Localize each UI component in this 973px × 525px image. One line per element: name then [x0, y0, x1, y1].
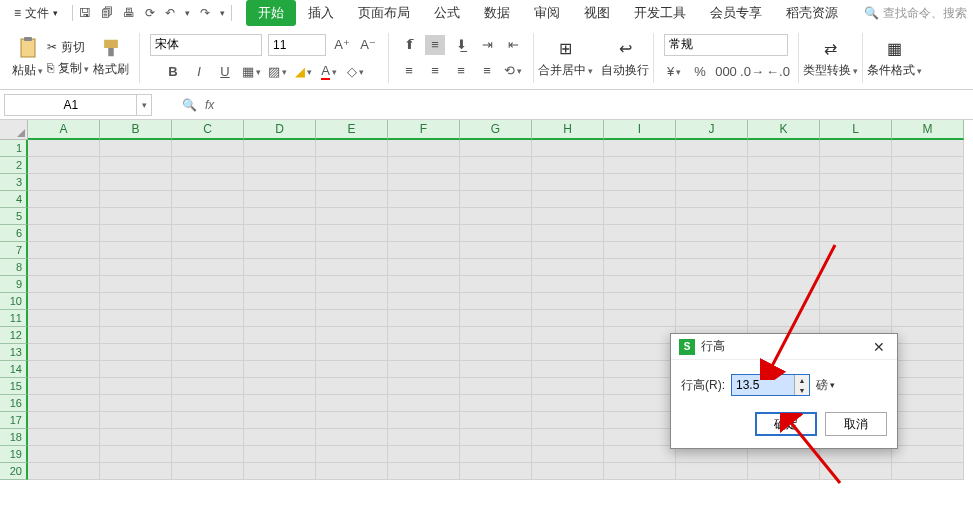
cell[interactable] — [604, 174, 676, 191]
cell[interactable] — [748, 225, 820, 242]
cell[interactable] — [676, 463, 748, 480]
cell[interactable] — [676, 191, 748, 208]
preview-icon[interactable]: ⟳ — [145, 6, 155, 20]
row-header[interactable]: 3 — [0, 174, 28, 191]
align-right-icon[interactable]: ≡ — [451, 61, 471, 81]
cell[interactable] — [676, 276, 748, 293]
cell[interactable] — [604, 242, 676, 259]
cell[interactable] — [892, 463, 964, 480]
cell[interactable] — [244, 225, 316, 242]
column-header[interactable]: L — [820, 120, 892, 140]
cell[interactable] — [892, 446, 964, 463]
cell[interactable] — [244, 140, 316, 157]
align-middle-icon[interactable]: ≡ — [425, 35, 445, 55]
row-header[interactable]: 16 — [0, 395, 28, 412]
cell[interactable] — [388, 225, 460, 242]
cell[interactable] — [388, 412, 460, 429]
italic-button[interactable]: I — [189, 62, 209, 82]
cell[interactable] — [172, 191, 244, 208]
cell[interactable] — [820, 191, 892, 208]
cell[interactable] — [676, 225, 748, 242]
cell[interactable] — [388, 344, 460, 361]
cell[interactable] — [604, 446, 676, 463]
row-header[interactable]: 4 — [0, 191, 28, 208]
cell[interactable] — [748, 191, 820, 208]
cell[interactable] — [748, 208, 820, 225]
row-header[interactable]: 17 — [0, 412, 28, 429]
cell[interactable] — [892, 412, 964, 429]
cell[interactable] — [748, 174, 820, 191]
cell[interactable] — [172, 378, 244, 395]
align-center-icon[interactable]: ≡ — [425, 61, 445, 81]
merge-center-button[interactable]: ⊞ 合并居中 — [538, 36, 593, 79]
row-header[interactable]: 2 — [0, 157, 28, 174]
command-search[interactable]: 🔍 查找命令、搜索 — [864, 5, 967, 22]
cell[interactable] — [316, 276, 388, 293]
cell[interactable] — [460, 242, 532, 259]
column-header[interactable]: F — [388, 120, 460, 140]
cell[interactable] — [820, 174, 892, 191]
fill-pattern-button[interactable]: ▨ — [267, 62, 287, 82]
cell[interactable] — [100, 429, 172, 446]
column-header[interactable]: G — [460, 120, 532, 140]
cell[interactable] — [460, 259, 532, 276]
cell[interactable] — [100, 446, 172, 463]
cell[interactable] — [460, 140, 532, 157]
cell[interactable] — [244, 327, 316, 344]
row-header[interactable]: 15 — [0, 378, 28, 395]
row-header[interactable]: 11 — [0, 310, 28, 327]
cell[interactable] — [244, 344, 316, 361]
row-header[interactable]: 10 — [0, 293, 28, 310]
cell[interactable] — [676, 259, 748, 276]
cell[interactable] — [604, 259, 676, 276]
row-header[interactable]: 8 — [0, 259, 28, 276]
cell[interactable] — [316, 463, 388, 480]
cell[interactable] — [316, 174, 388, 191]
cell[interactable] — [604, 429, 676, 446]
cell[interactable] — [604, 395, 676, 412]
cell[interactable] — [100, 259, 172, 276]
cell[interactable] — [100, 412, 172, 429]
cell[interactable] — [892, 191, 964, 208]
cell[interactable] — [892, 157, 964, 174]
cell[interactable] — [532, 225, 604, 242]
cell[interactable] — [244, 157, 316, 174]
cell[interactable] — [28, 344, 100, 361]
cell[interactable] — [604, 361, 676, 378]
cell[interactable] — [460, 378, 532, 395]
cell[interactable] — [244, 208, 316, 225]
copy-button[interactable]: ⎘ 复制 — [47, 60, 89, 77]
cell[interactable] — [604, 310, 676, 327]
cell[interactable] — [532, 276, 604, 293]
cell[interactable] — [100, 276, 172, 293]
cell[interactable] — [460, 344, 532, 361]
cell[interactable] — [28, 225, 100, 242]
cell[interactable] — [100, 208, 172, 225]
row-header[interactable]: 1 — [0, 140, 28, 157]
cell[interactable] — [820, 310, 892, 327]
name-box[interactable]: ▾ — [4, 94, 152, 116]
cell[interactable] — [604, 412, 676, 429]
font-color-button[interactable]: A — [319, 62, 339, 82]
cell[interactable] — [28, 157, 100, 174]
cell[interactable] — [172, 140, 244, 157]
cell[interactable] — [28, 446, 100, 463]
column-header[interactable]: I — [604, 120, 676, 140]
cell[interactable] — [244, 361, 316, 378]
fx-button[interactable]: fx — [205, 98, 214, 112]
tab-dev-tools[interactable]: 开发工具 — [622, 0, 698, 26]
cell[interactable] — [316, 344, 388, 361]
cell[interactable] — [244, 293, 316, 310]
cell[interactable] — [316, 412, 388, 429]
cell[interactable] — [820, 208, 892, 225]
cell[interactable] — [532, 361, 604, 378]
cell[interactable] — [820, 293, 892, 310]
cell[interactable] — [172, 395, 244, 412]
cell[interactable] — [676, 242, 748, 259]
cell[interactable] — [676, 157, 748, 174]
name-box-dropdown[interactable]: ▾ — [137, 94, 152, 116]
cell[interactable] — [604, 140, 676, 157]
unit-dropdown[interactable]: 磅 ▾ — [816, 377, 835, 394]
cell[interactable] — [604, 327, 676, 344]
font-size-select[interactable] — [268, 34, 326, 56]
